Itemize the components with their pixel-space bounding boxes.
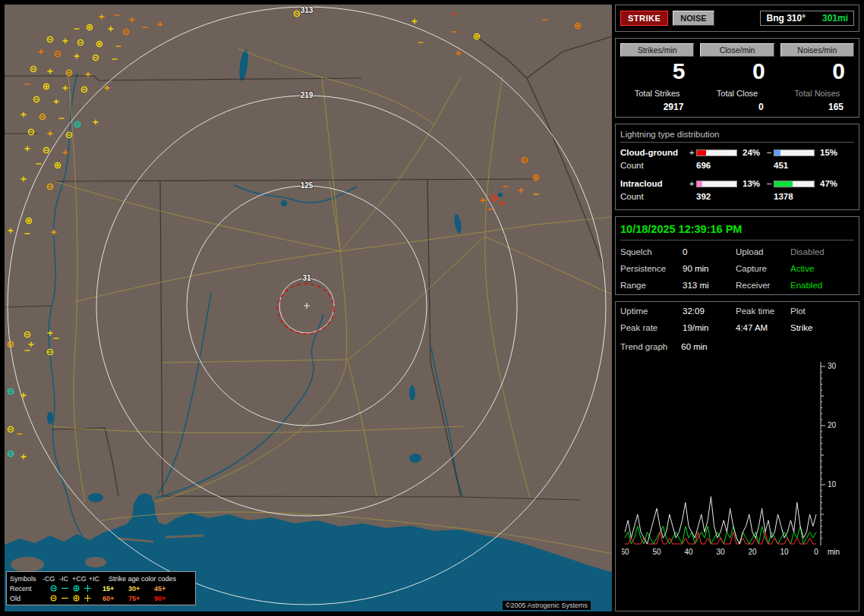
total-strikes: Total Strikes 2917 [620,87,694,112]
legend-recent-row: Recent 15+ 30+ 45+ [10,583,192,593]
cg-positive-percent: 24% [739,148,765,157]
peak-rate-label: Peak rate [620,323,683,332]
plot-label: Plot [790,306,854,316]
noise-indicator-button[interactable]: NOISE [673,11,714,26]
cg-negative-bar [774,149,815,156]
rates-panel: Strikes/min 5 Close/min 0 Noises/min 0 T… [615,38,859,118]
circle-plus-icon [71,584,82,592]
bearing-distance: 301mi [822,13,848,24]
legend-old-label: Old [10,595,40,602]
minus-icon [59,584,71,592]
cg-negative-fill [774,150,780,156]
uptime-label: Uptime [620,306,683,316]
minus-icon [59,594,71,602]
copyright-text: ©2005 Astrogenic Systems [503,601,591,610]
strike-indicator-button[interactable]: STRIKE [620,11,668,26]
svg-text:10: 10 [828,480,837,489]
ring-label-31: 31 [302,274,311,282]
squelch-value: 0 [683,247,736,256]
ic-positive-count: 392 [696,192,739,201]
total-strikes-label: Total Strikes [620,89,694,98]
svg-text:30: 30 [716,548,725,556]
legend-symbols-header: Symbols [10,575,40,583]
status-panel: 10/18/2025 12:39:16 PM Squelch 0 Upload … [615,216,859,295]
trend-series-close [625,532,816,544]
cloud-ground-label: Cloud-ground [620,148,687,157]
cg-positive-bar [696,149,737,156]
svg-text:40: 40 [684,548,693,556]
cg-positive-count: 696 [696,161,739,170]
squelch-label: Squelch [620,247,683,256]
legend-old-row: Old 60+ 75+ 90+ [10,593,192,603]
trend-panel: Uptime 32:09 Peak time Plot Peak rate 19… [615,301,859,611]
ic-negative-count: 1378 [774,192,816,201]
svg-text:10: 10 [780,548,789,556]
circle-minus-icon [48,594,59,602]
intracloud-count-row: Count 392 1378 [620,192,854,201]
distribution-panel: Lightning type distribution Cloud-ground… [615,124,859,210]
close-per-min-column: Close/min 0 [700,43,774,87]
intracloud-label: Intracloud [620,179,687,188]
minus-sign: − [765,148,774,157]
legend-old-symbols [42,594,99,602]
minus-sign: − [765,179,774,188]
svg-text:30: 30 [828,362,837,370]
circle-plus-icon [71,594,82,602]
peak-rate-value: 19/min [683,323,736,332]
bearing-value: Bng 310° [766,13,805,24]
persistence-label: Persistence [620,264,683,273]
sidebar: STRIKE NOISE Bng 310° 301mi Strikes/min … [615,5,859,611]
plot-value: Strike [790,323,854,332]
age-code-60: 60+ [102,595,125,602]
noises-per-min-column: Noises/min 0 [780,43,854,87]
upload-label: Upload [736,247,790,256]
total-strikes-value: 2917 [620,102,694,112]
plus-sign: + [687,148,696,157]
lightning-map[interactable]: 313 219 125 31 [5,5,612,611]
capture-status: Active [790,264,854,273]
svg-text:min: min [828,548,840,556]
trend-series-strike [625,497,816,544]
map-panel[interactable]: 313 219 125 31 Symbols -CG -IC +CG +IC S… [5,5,612,611]
total-close: Total Close 0 [700,87,774,112]
cloud-ground-count-row: Count 696 451 [620,161,854,170]
age-code-90: 90+ [154,595,177,602]
range-label: Range [620,281,683,290]
legend-recent-symbols [42,584,99,592]
svg-text:0: 0 [814,548,818,556]
ring-label-125: 125 [301,181,314,190]
noises-per-min-header: Noises/min [780,43,854,57]
age-code-45: 45+ [154,585,177,592]
legend-header-row: Symbols -CG -IC +CG +IC Strike age color… [10,574,192,583]
ic-negative-fill [774,181,793,187]
svg-text:20: 20 [748,548,757,556]
total-close-label: Total Close [700,89,774,98]
upload-status: Disabled [790,247,854,256]
capture-label: Capture [736,264,790,273]
receiver-label: Receiver [736,281,790,290]
close-per-min-header: Close/min [700,43,774,57]
range-value: 313 mi [683,281,736,290]
strikes-per-min-column: Strikes/min 5 [620,43,694,87]
circle-minus-icon [48,584,59,592]
distribution-title: Lightning type distribution [620,129,854,143]
age-code-75: 75+ [128,595,151,602]
legend-recent-label: Recent [10,585,40,592]
legend-type-nic: -IC [57,575,71,583]
ic-negative-percent: 47% [816,179,842,188]
cloud-ground-row: Cloud-ground + 24% − 15% [620,148,854,157]
legend-type-ncg: -CG [42,575,55,583]
cg-negative-percent: 15% [816,148,842,157]
close-per-min-value: 0 [700,57,774,87]
intracloud-row: Intracloud + 13% − 47% [620,179,854,188]
total-close-value: 0 [700,102,774,112]
count-label: Count [620,192,687,201]
plus-sign: + [687,179,696,188]
ring-label-219: 219 [301,91,314,99]
trend-graph-label: Trend graph [620,342,667,351]
age-code-15: 15+ [102,585,125,592]
noises-per-min-value: 0 [780,57,854,87]
cg-positive-fill [697,150,706,156]
legend-type-pcg: +CG [72,575,86,583]
ic-positive-fill [697,181,702,187]
